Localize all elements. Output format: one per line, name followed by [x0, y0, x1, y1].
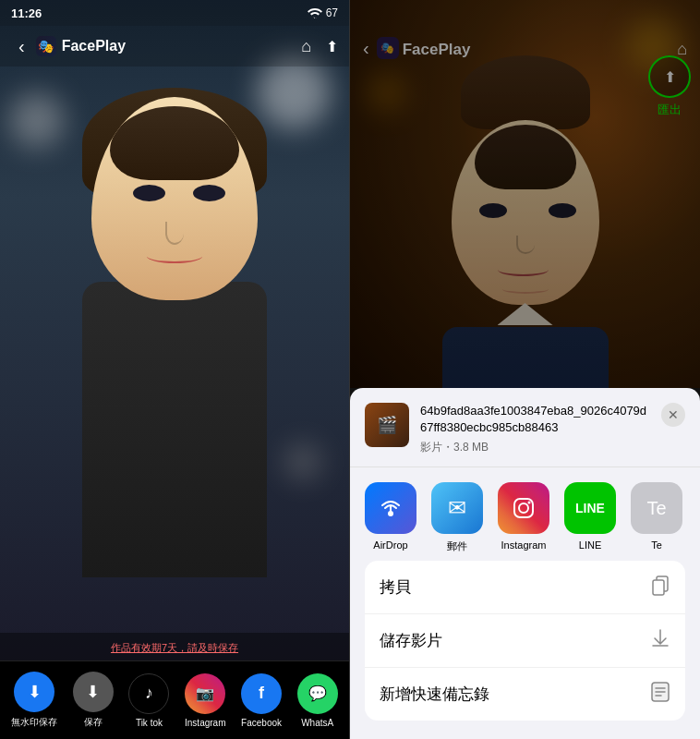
- portrait-left: [54, 79, 295, 614]
- save-wm-label: 無水印保存: [11, 716, 57, 729]
- line-label: LINE: [579, 539, 601, 551]
- svg-rect-6: [653, 580, 664, 595]
- bottom-item-tiktok[interactable]: ♪ Tik tok: [128, 673, 169, 728]
- airdrop-icon-svg: [376, 493, 405, 523]
- svg-point-4: [528, 502, 531, 504]
- wifi-icon: [308, 7, 322, 18]
- quicknote-label: 新增快速備忘錄: [380, 684, 489, 705]
- back-button-left[interactable]: ‹: [11, 32, 32, 61]
- save-label: 保存: [84, 716, 103, 729]
- bottom-item-savewm[interactable]: ⬇ 無水印保存: [11, 672, 57, 729]
- tiktok-label: Tik tok: [136, 718, 163, 728]
- mouth-left: [147, 249, 202, 263]
- svg-point-3: [519, 503, 528, 513]
- share-app-more[interactable]: Te Te: [627, 482, 686, 553]
- facebook-icon: f: [241, 673, 282, 714]
- time-left: 11:26: [11, 6, 42, 20]
- instagram-icon: 📷: [185, 673, 225, 714]
- body-left: [82, 282, 267, 577]
- copy-icon-svg: [650, 574, 670, 596]
- instagram-share-label: Instagram: [501, 539, 547, 551]
- share-app-mail[interactable]: ✉ 郵件: [428, 482, 487, 553]
- battery-left: 67: [326, 6, 338, 19]
- more-app-icon: Te: [631, 482, 682, 534]
- copy-icon: [650, 574, 670, 600]
- whatsapp-icon: 💬: [297, 673, 338, 714]
- save-video-icon: [650, 627, 670, 654]
- save-video-icon-svg: [650, 627, 670, 649]
- app-name-left: FacePlay: [62, 38, 126, 55]
- instagram-label: Instagram: [185, 718, 225, 728]
- app-title-left: 🎭 FacePlay: [36, 36, 126, 56]
- instagram-icon-svg: [510, 494, 537, 522]
- share-apps-row: AirDrop ✉ 郵件 Instagram: [350, 467, 700, 561]
- share-close-button[interactable]: ✕: [661, 403, 685, 427]
- save-video-action[interactable]: 儲存影片: [365, 614, 685, 668]
- quicknote-action[interactable]: 新增快速備忘錄: [365, 668, 685, 721]
- save-wm-icon: ⬇: [14, 672, 54, 712]
- bottom-item-whatsapp[interactable]: 💬 WhatsA: [297, 673, 338, 728]
- bottom-action-bar: ⬇ 無水印保存 ⬇ 保存 ♪ Tik tok 📷 Instagram f: [0, 660, 349, 739]
- top-nav-left: ‹ 🎭 FacePlay ⌂ ⬆: [0, 26, 349, 67]
- app-logo-left: 🎭: [36, 36, 56, 56]
- facebook-label: Facebook: [241, 718, 282, 728]
- home-icon-left[interactable]: ⌂: [301, 37, 311, 56]
- copy-action[interactable]: 拷貝: [365, 561, 685, 614]
- quicknote-icon: [650, 681, 670, 708]
- share-sheet: 🎬 64b9fad8aa3fe1003847eba8_9026c4079d67f…: [350, 388, 700, 739]
- bottom-item-instagram[interactable]: 📷 Instagram: [185, 673, 225, 728]
- eye-left-left: [133, 185, 165, 201]
- airdrop-label: AirDrop: [373, 539, 407, 551]
- share-icon-left[interactable]: ⬆: [326, 38, 338, 55]
- save-video-label: 儲存影片: [380, 630, 442, 651]
- share-thumbnail: 🎬: [365, 403, 409, 447]
- share-filename: 64b9fad8aa3fe1003847eba8_9026c4079d67ff8…: [420, 403, 650, 436]
- share-info: 64b9fad8aa3fe1003847eba8_9026c4079d67ff8…: [420, 403, 650, 455]
- notice-bar-left: 作品有效期7天，請及時保存: [0, 633, 349, 660]
- nose-left: [165, 222, 184, 245]
- face-background-left: [0, 0, 349, 665]
- line-app-icon: LINE: [564, 482, 616, 534]
- left-phone: 11:26 67 ‹ 🎭 FacePlay ⌂ ⬆: [0, 0, 350, 739]
- tiktok-icon: ♪: [128, 673, 169, 714]
- airdrop-app-icon: [365, 482, 416, 534]
- share-app-instagram[interactable]: Instagram: [494, 482, 553, 553]
- save-icon: ⬇: [73, 672, 114, 712]
- quicknote-icon-svg: [650, 681, 670, 703]
- mail-app-icon: ✉: [431, 482, 483, 534]
- share-header: 🎬 64b9fad8aa3fe1003847eba8_9026c4079d67f…: [350, 388, 700, 467]
- share-app-airdrop[interactable]: AirDrop: [361, 482, 420, 553]
- status-bar-right-icons: 67: [308, 6, 338, 19]
- main-image-left: [0, 0, 349, 665]
- whatsapp-label: WhatsA: [301, 718, 333, 728]
- more-label: Te: [651, 539, 662, 551]
- right-phone: ‹ 🎭 FacePlay ⌂ ⬆ 匯出 道途の匠 🎬 64b9fad8aa3fe…: [350, 0, 700, 739]
- eye-left-right: [193, 185, 225, 201]
- mail-label: 郵件: [447, 539, 467, 553]
- share-actions: 拷貝 儲存影片: [365, 561, 685, 721]
- instagram-app-icon: [498, 482, 549, 534]
- bottom-item-facebook[interactable]: f Facebook: [241, 673, 282, 728]
- nav-right-left: ⌂ ⬆: [301, 37, 338, 56]
- status-bar-left: 11:26 67: [0, 0, 349, 26]
- share-app-line[interactable]: LINE LINE: [561, 482, 620, 553]
- bottom-item-save[interactable]: ⬇ 保存: [73, 672, 114, 729]
- notice-text-left: 作品有效期7天，請及時保存: [111, 642, 238, 653]
- copy-label: 拷貝: [380, 576, 411, 598]
- share-meta: 影片・3.8 MB: [420, 440, 650, 455]
